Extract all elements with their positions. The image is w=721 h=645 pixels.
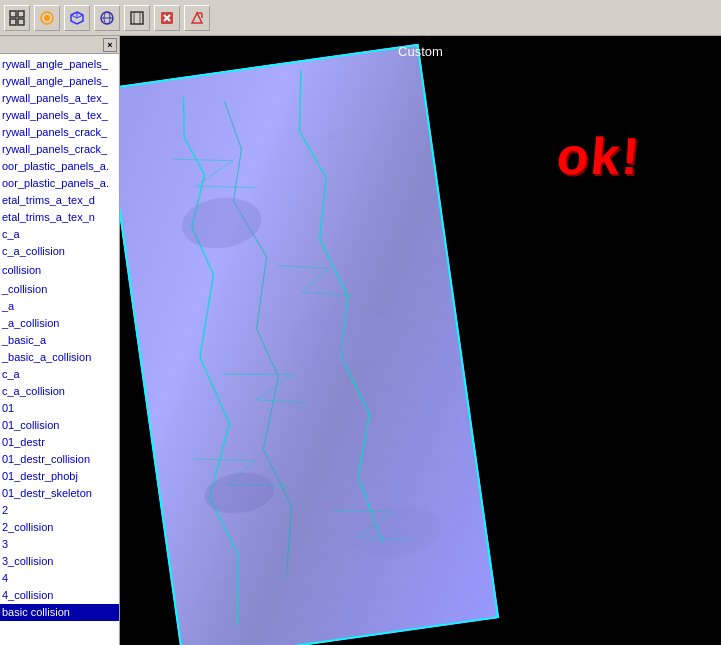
list-item[interactable]: rywall_angle_panels_ [0, 73, 119, 90]
arrow-button[interactable] [184, 5, 210, 31]
list-item[interactable]: c_a [0, 366, 119, 383]
left-panel-header: × [0, 36, 119, 54]
list-item[interactable]: oor_plastic_panels_a. [0, 175, 119, 192]
list-item[interactable]: 01_destr_skeleton [0, 485, 119, 502]
svg-rect-3 [18, 19, 24, 25]
list-item[interactable]: c_a [0, 226, 119, 243]
list-item[interactable]: etal_trims_a_tex_n [0, 209, 119, 226]
list-item[interactable]: _basic_a [0, 332, 119, 349]
list-item[interactable]: 4_collision [0, 587, 119, 604]
list-item[interactable]: 01_collision [0, 417, 119, 434]
grid-button[interactable] [4, 5, 30, 31]
svg-point-5 [44, 15, 50, 21]
svg-rect-13 [131, 12, 143, 24]
list-item[interactable]: rywall_angle_panels_ [0, 56, 119, 73]
svg-line-8 [71, 15, 77, 18]
list-item[interactable]: rywall_panels_crack_ [0, 141, 119, 158]
list-item[interactable]: 01_destr_collision [0, 451, 119, 468]
cube-button[interactable] [64, 5, 90, 31]
panel-close-button[interactable]: × [103, 38, 117, 52]
list-item[interactable]: basic collision [0, 604, 119, 621]
svg-line-9 [77, 15, 83, 18]
svg-rect-0 [10, 11, 16, 17]
ok-text: ok! [554, 126, 643, 186]
svg-marker-19 [192, 13, 202, 23]
asterisk-button[interactable] [34, 5, 60, 31]
list-item[interactable]: etal_trims_a_tex_d [0, 192, 119, 209]
list-item[interactable]: oor_plastic_panels_a. [0, 158, 119, 175]
list-item[interactable]: _a_collision [0, 315, 119, 332]
main-container: × rywall_angle_panels_rywall_angle_panel… [0, 36, 721, 645]
list-item[interactable]: 2 [0, 502, 119, 519]
normal-map-panel [120, 44, 499, 645]
list-item[interactable]: 3_collision [0, 553, 119, 570]
sphere-button[interactable] [94, 5, 120, 31]
list-item[interactable]: _collision [0, 281, 119, 298]
toolbar [0, 0, 721, 36]
list-item[interactable]: 01 [0, 400, 119, 417]
list-item[interactable]: 2_collision [0, 519, 119, 536]
box-button[interactable] [124, 5, 150, 31]
viewport-title: Custom [398, 44, 443, 59]
list-item[interactable]: 01_destr_phobj [0, 468, 119, 485]
list-item[interactable]: c_a_collision [0, 383, 119, 400]
list-item[interactable]: rywall_panels_a_tex_ [0, 90, 119, 107]
left-panel: × rywall_angle_panels_rywall_angle_panel… [0, 36, 120, 645]
list-item[interactable]: 01_destr [0, 434, 119, 451]
list-item[interactable]: collision [0, 262, 119, 279]
crack-overlay [120, 44, 499, 645]
list-item[interactable]: 4 [0, 570, 119, 587]
list-item[interactable]: _basic_a_collision [0, 349, 119, 366]
list-item[interactable]: rywall_panels_a_tex_ [0, 107, 119, 124]
svg-rect-1 [18, 11, 24, 17]
close-toolbar-button[interactable] [154, 5, 180, 31]
viewport[interactable]: Custom [120, 36, 721, 645]
list-item[interactable]: rywall_panels_crack_ [0, 124, 119, 141]
item-list: rywall_angle_panels_rywall_angle_panels_… [0, 54, 119, 645]
list-item[interactable]: 3 [0, 536, 119, 553]
svg-rect-2 [10, 19, 16, 25]
list-item[interactable]: _a [0, 298, 119, 315]
normal-map-texture [120, 44, 499, 645]
list-item[interactable]: c_a_collision [0, 243, 119, 260]
